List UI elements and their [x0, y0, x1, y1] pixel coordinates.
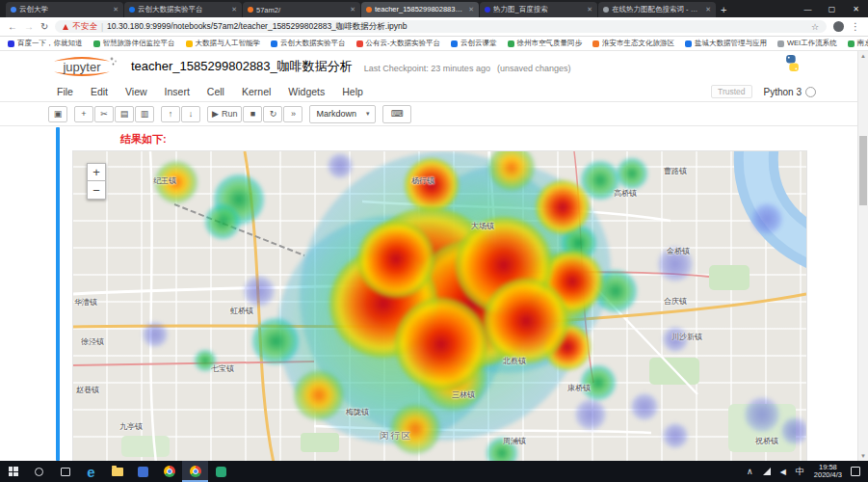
heatmap-blob — [745, 397, 779, 432]
minimize-button[interactable]: — — [796, 0, 820, 17]
browser-menu-icon[interactable]: ⋮ — [851, 21, 860, 32]
browser-tab[interactable]: 云创大学✕ — [6, 2, 123, 17]
chrome-logo-icon — [164, 466, 175, 477]
file-explorer-icon[interactable] — [104, 461, 130, 482]
search-button[interactable] — [26, 461, 52, 482]
menu-cell[interactable]: Cell — [198, 86, 233, 97]
bookmark-item[interactable]: 百度一下，你就知道 — [8, 39, 83, 48]
tray-expand-icon[interactable]: ∧ — [742, 467, 758, 476]
bookmark-item[interactable]: 智慧旅游伴侣监控平台 — [93, 39, 175, 48]
move-down-button[interactable]: ↓ — [181, 106, 200, 122]
green-app-icon — [216, 467, 226, 477]
tab-close-icon[interactable]: ✕ — [468, 6, 474, 13]
scroll-up-icon[interactable]: ▲ — [858, 51, 868, 61]
tab-close-icon[interactable]: ✕ — [350, 6, 355, 13]
menu-file[interactable]: File — [48, 86, 82, 97]
tab-label: 云创大学 — [19, 5, 110, 14]
browser-tab[interactable]: 云创大数据实验平台✕ — [124, 2, 242, 17]
volume-icon[interactable]: ◀ — [776, 468, 791, 476]
taskbar-clock[interactable]: 19:58 2020/4/3 — [809, 464, 847, 480]
bookmark-item[interactable]: 盐城大数据管理与应用 — [685, 39, 767, 48]
profile-avatar[interactable] — [833, 21, 844, 32]
forward-button[interactable]: → — [24, 22, 34, 32]
save-button[interactable]: ▣ — [48, 106, 67, 122]
bookmark-item[interactable]: 徐州市空气质量同步 — [508, 39, 583, 48]
edge-e-icon: e — [87, 465, 94, 479]
edge-icon[interactable]: e — [78, 461, 104, 482]
tab-close-icon[interactable]: ✕ — [587, 6, 592, 13]
cut-cell-button[interactable]: ✂ — [94, 106, 114, 122]
heatmap-blob — [575, 399, 606, 430]
paste-cell-button-icon: ▥ — [141, 109, 149, 119]
page-scrollbar[interactable]: ▲ ▼ — [857, 51, 868, 461]
menu-edit[interactable]: Edit — [82, 86, 117, 97]
toolbar-group: ↑↓ — [161, 106, 200, 122]
zoom-in-button[interactable]: + — [87, 163, 106, 181]
zoom-out-button[interactable]: − — [87, 181, 106, 200]
back-button[interactable]: ← — [8, 22, 17, 32]
cell-type-dropdown[interactable]: Markdown ▾ — [309, 105, 376, 123]
browser-tab[interactable]: 在线热力图配色搜索词 - 结…✕ — [598, 2, 716, 17]
command-palette-button[interactable]: ⌨ — [382, 105, 411, 123]
green-app-icon[interactable] — [208, 461, 234, 482]
store-app-icon[interactable] — [130, 461, 156, 482]
task-view-button[interactable] — [52, 461, 78, 482]
maximize-button[interactable]: ▢ — [820, 0, 844, 17]
restart-kernel-button[interactable]: ↻ — [263, 106, 282, 122]
interrupt-kernel-button[interactable]: ■ — [243, 106, 262, 122]
action-center-icon[interactable] — [851, 467, 860, 476]
chrome-active-icon[interactable] — [182, 461, 208, 482]
chrome-icon[interactable] — [156, 461, 182, 482]
heatmap-blob — [244, 276, 275, 307]
browser-tab[interactable]: 热力图_百度搜索✕ — [480, 2, 597, 17]
close-button[interactable]: ✕ — [844, 0, 868, 17]
refresh-button[interactable]: ↻ — [40, 22, 48, 32]
restart-run-all-button[interactable]: » — [283, 106, 302, 122]
bookmark-item[interactable]: 公有云-大数据实验平台 — [356, 39, 441, 48]
jupyter-logo[interactable]: jupyter — [44, 55, 119, 78]
start-button[interactable] — [0, 461, 26, 482]
menu-insert[interactable]: Insert — [156, 86, 198, 97]
bookmark-item[interactable]: 云创大数据实验平台 — [271, 39, 346, 48]
map-label: 川沙新镇 — [671, 332, 702, 342]
map-label: 梅陇镇 — [346, 407, 369, 417]
notebook-title[interactable]: teacher_1585299802883_咖啡数据分析 — [131, 58, 353, 75]
bookmark-item[interactable]: 南京市栖霞区湿地水质 — [848, 39, 868, 48]
paste-cell-button[interactable]: ▥ — [135, 106, 154, 122]
copy-cell-button[interactable]: ▤ — [115, 106, 134, 122]
menu-kernel[interactable]: Kernel — [233, 86, 279, 97]
scrollbar-thumb[interactable] — [859, 136, 867, 205]
bookmark-item[interactable]: 云创云课堂 — [451, 39, 497, 48]
browser-tab[interactable]: teacher_1585299802883_咖啡数…✕ — [361, 2, 479, 17]
tab-close-icon[interactable]: ✕ — [231, 6, 237, 13]
toolbar-group: ▶Run■↻» — [207, 106, 302, 122]
menu-help[interactable]: Help — [333, 86, 372, 97]
move-up-button[interactable]: ↑ — [161, 106, 180, 122]
kernel-indicator: Python 3 — [764, 87, 816, 97]
scroll-down-icon[interactable]: ▼ — [858, 451, 868, 461]
bookmark-item[interactable]: WEI工作流系统 — [777, 39, 837, 48]
heatmap-blob — [205, 204, 240, 239]
tab-label: 热力图_百度搜索 — [493, 5, 584, 14]
unsaved-text: (unsaved changes) — [497, 64, 571, 73]
run-button[interactable]: ▶Run — [207, 106, 242, 122]
address-bar[interactable]: 不安全 | 10.30.180.9:9999/notebooks/57am2/t… — [55, 20, 827, 33]
heatmap-map[interactable]: 纪王镇杨行镇大场镇高桥镇曹路镇金桥镇合庆镇川沙新镇北蔡镇三林镇康桥镇周浦镇闵行区… — [72, 150, 807, 461]
browser-titlebar: 云创大学✕云创大数据实验平台✕57am2/✕teacher_1585299802… — [0, 0, 868, 17]
ime-indicator[interactable]: 中 — [791, 466, 809, 478]
network-icon[interactable] — [758, 468, 776, 475]
browser-tab[interactable]: 57am2/✕ — [243, 2, 360, 17]
add-cell-button[interactable]: + — [74, 106, 93, 122]
menu-widgets[interactable]: Widgets — [279, 86, 333, 97]
bookmark-item[interactable]: 淮安市生态文化旅游区 — [592, 39, 674, 48]
new-tab-button[interactable]: + — [721, 4, 726, 15]
tab-label: teacher_1585299802883_咖啡数… — [375, 5, 465, 14]
tab-close-icon[interactable]: ✕ — [705, 6, 711, 13]
bookmark-star-icon[interactable]: ☆ — [811, 22, 819, 32]
menu-view[interactable]: View — [117, 86, 156, 97]
notebook-area: 结果如下: — [0, 126, 858, 461]
kernel-idle-icon — [805, 87, 816, 97]
tab-close-icon[interactable]: ✕ — [113, 6, 118, 13]
bookmark-item[interactable]: 大数据与人工智能学 — [186, 39, 261, 48]
tab-favicon — [129, 7, 135, 13]
